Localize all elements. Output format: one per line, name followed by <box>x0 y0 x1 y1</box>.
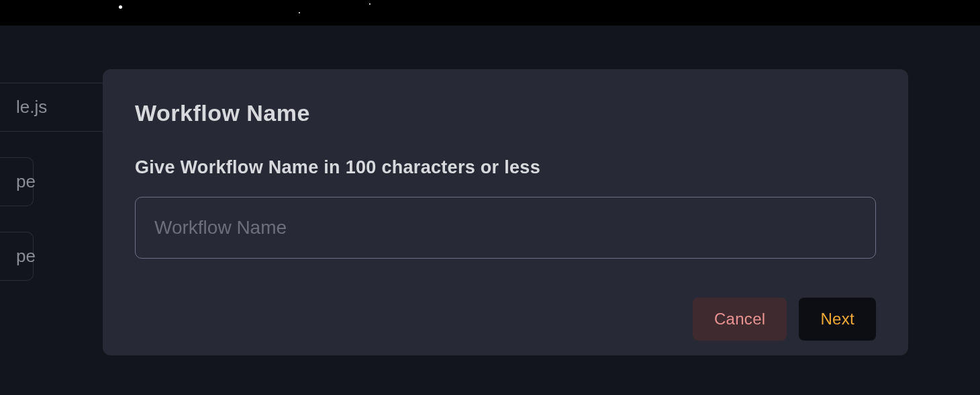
modal-instruction: Give Workflow Name in 100 characters or … <box>135 157 876 178</box>
workflow-name-modal: Workflow Name Give Workflow Name in 100 … <box>103 69 908 355</box>
modal-title: Workflow Name <box>135 100 876 126</box>
modal-actions: Cancel Next <box>135 298 876 341</box>
decoration-star <box>299 12 300 13</box>
workflow-name-input[interactable] <box>135 197 876 259</box>
decoration-star <box>119 5 122 9</box>
decoration-star <box>369 3 371 5</box>
background-list-item: pe <box>0 232 34 281</box>
next-button[interactable]: Next <box>799 298 876 341</box>
cancel-button[interactable]: Cancel <box>693 298 787 341</box>
background-list-item: pe <box>0 157 34 206</box>
